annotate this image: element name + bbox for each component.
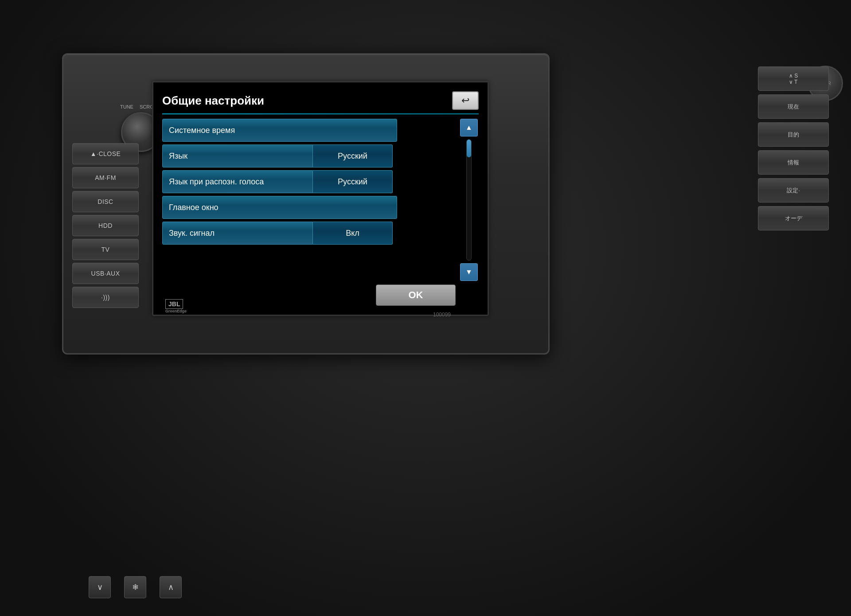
screen-header: Общие настройки [162,91,479,110]
head-unit: TUNE SCROLL ▲·CLOSE AM·FM DISC HDD TV US… [62,53,550,355]
tune-label: TUNE [120,104,133,109]
ok-area: OK [162,285,479,306]
voice-language-label[interactable]: Язык при распозн. голоса [162,170,313,193]
dest-button[interactable]: 目的 [758,122,829,147]
scroll-down-button[interactable]: ▼ [460,263,478,281]
screen-content: Общие настройки Системное время Язык [162,91,479,306]
menu-items: Системное время Язык Русский Язык при ра… [162,119,456,281]
list-item[interactable]: Главное окно [162,196,456,219]
sound-signal-value[interactable]: Вкл [313,222,393,245]
close-button[interactable]: ▲·CLOSE [72,143,139,164]
sound-signal-label[interactable]: Звук. сигнал [162,222,313,245]
jbl-label: JBL [165,299,183,309]
audio-button[interactable]: オーデ [758,206,829,230]
usbaux-button[interactable]: USB·AUX [72,263,139,284]
list-item[interactable]: Язык Русский [162,144,456,168]
back-button[interactable] [452,91,479,110]
scroll-thumb[interactable] [467,140,471,157]
menu-list: Системное время Язык Русский Язык при ра… [162,119,479,281]
fan-up-button[interactable]: ∧ [160,576,182,598]
tv-button[interactable]: TV [72,239,139,260]
info-button[interactable]: 情報 [758,150,829,175]
list-item[interactable]: Звук. сигнал Вкл [162,222,456,245]
jbl-badge: JBL GreenEdge [165,299,187,313]
amfm-button[interactable]: AM·FM [72,167,139,188]
separator [162,113,479,114]
list-item[interactable]: Язык при распозн. голоса Русский [162,170,456,193]
system-time-label[interactable]: Системное время [162,119,397,142]
scroll-up-button[interactable]: ▲ [460,119,478,136]
list-item[interactable]: Системное время [162,119,456,142]
car-dashboard: TUNE SCROLL ▲·CLOSE AM·FM DISC HDD TV US… [0,0,851,616]
version-number: 100099 [433,312,451,318]
scrollbar: ▲ ▼ [459,119,479,281]
fan-down-button[interactable]: ∨ [89,576,111,598]
settings-button[interactable]: 設定· [758,178,829,203]
voice-language-value[interactable]: Русский [313,170,393,193]
ok-button[interactable]: OK [376,285,456,306]
display-screen: Общие настройки Системное время Язык [152,81,489,316]
sound-button[interactable]: ·))) [72,287,139,308]
current-button[interactable]: 現在 [758,94,829,119]
jbl-sublabel: GreenEdge [165,309,187,313]
nav-st-button[interactable]: ∧ S∨ T [758,66,829,91]
disc-button[interactable]: DISC [72,191,139,212]
language-value[interactable]: Русский [313,144,393,168]
fan-icon-button[interactable]: ❄ [124,576,146,598]
page-title: Общие настройки [162,94,264,108]
language-label[interactable]: Язык [162,144,313,168]
scroll-track [466,139,472,261]
hdd-button[interactable]: HDD [72,215,139,236]
main-window-label[interactable]: Главное окно [162,196,397,219]
left-panel: ▲·CLOSE AM·FM DISC HDD TV USB·AUX ·))) [72,143,148,308]
right-panel: ∧ S∨ T 現在 目的 情報 設定· オーデ [758,66,838,230]
bottom-controls: ∨ ❄ ∧ [89,576,182,598]
